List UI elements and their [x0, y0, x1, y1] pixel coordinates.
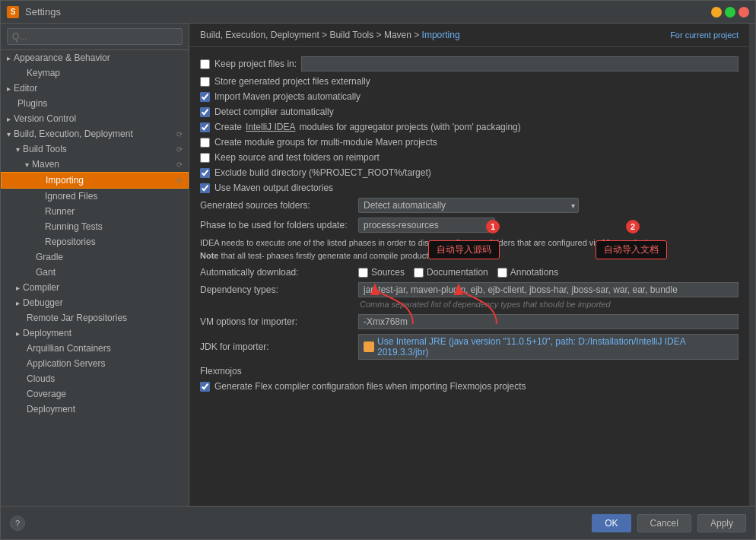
phase-select[interactable]: process-resources generate-sources — [358, 218, 495, 233]
sidebar-item-label: Running Tests — [45, 221, 103, 232]
detect-compiler-label[interactable]: Detect compiler automatically — [214, 106, 334, 117]
sidebar-item-label: Repositories — [45, 237, 96, 247]
bottom-bar: ? OK Cancel Apply — [1, 506, 755, 539]
ok-button[interactable]: OK — [592, 514, 631, 532]
create-intellij-label[interactable]: Create IntelliJ IDEA modules for aggrega… — [214, 122, 521, 132]
jdk-icon — [364, 341, 374, 352]
keep-source-checkbox[interactable] — [200, 153, 210, 163]
use-maven-output-label[interactable]: Use Maven output directories — [214, 183, 333, 193]
dep-types-input[interactable] — [358, 282, 739, 297]
exclude-build-checkbox[interactable] — [200, 168, 210, 178]
create-module-groups-row: Create module groups for multi-module Ma… — [200, 137, 739, 148]
keep-project-label[interactable]: Keep project files in: — [214, 59, 297, 69]
maximize-button[interactable] — [725, 7, 735, 17]
jdk-selector[interactable]: Use Internal JRE (java version "11.0.5+1… — [358, 334, 739, 360]
search-input[interactable] — [7, 28, 183, 45]
sidebar-item-debugger[interactable]: ▸Debugger — [1, 295, 189, 310]
sidebar-item-compiler[interactable]: ▸Compiler — [1, 280, 189, 295]
sources-label[interactable]: Sources — [358, 267, 405, 278]
sidebar-item-label: Keymap — [27, 68, 60, 78]
vm-options-row: VM options for importer: — [200, 314, 739, 329]
keep-source-label[interactable]: Keep source and test folders on reimport — [214, 152, 380, 163]
generated-sources-label: Generated sources folders: — [200, 200, 352, 211]
sidebar-item-repositories[interactable]: Repositories — [1, 234, 189, 249]
sidebar-item-build-exec[interactable]: ▾Build, Execution, Deployment⟳ — [1, 126, 189, 141]
use-maven-output-checkbox[interactable] — [200, 183, 210, 193]
flexmojos-section: Flexmojos Generate Flex compiler configu… — [200, 366, 739, 392]
sidebar-item-gradle[interactable]: Gradle — [1, 249, 189, 265]
sidebar-item-arquillian[interactable]: Arquillian Containers — [1, 341, 189, 356]
vm-options-input[interactable] — [358, 314, 739, 329]
sidebar-item-label: Coverage — [27, 389, 66, 399]
apply-button[interactable]: Apply — [697, 514, 746, 532]
phase-row: Phase to be used for folders update: pro… — [200, 218, 739, 233]
sidebar-item-running-tests[interactable]: Running Tests — [1, 219, 189, 234]
sidebar-item-appearance[interactable]: ▸Appearance & Behavior — [1, 50, 189, 65]
sidebar-item-build-tools[interactable]: ▾Build Tools⟳ — [1, 141, 189, 157]
create-module-groups-checkbox[interactable] — [200, 138, 210, 148]
arrow-icon: ▸ — [7, 115, 11, 123]
sidebar-item-keymap[interactable]: Keymap — [1, 65, 189, 81]
flexmojos-label[interactable]: Generate Flex compiler configuration fil… — [214, 381, 526, 392]
vm-options-label: VM options for importer: — [200, 316, 352, 327]
flexmojos-title: Flexmojos — [200, 366, 739, 376]
titlebar: S Settings — [1, 1, 755, 24]
minimize-button[interactable] — [711, 7, 722, 17]
sidebar-item-label: Build Tools — [23, 144, 67, 154]
jdk-row: JDK for importer: Use Internal JRE (java… — [200, 334, 739, 360]
arrow-icon: ▾ — [16, 145, 20, 154]
annotation-1-box: 自动导入源码 — [428, 240, 500, 259]
jdk-value: Use Internal JRE (java version "11.0.5+1… — [377, 336, 733, 357]
store-generated-label[interactable]: Store generated project files externally — [214, 76, 370, 87]
sidebar-item-app-servers[interactable]: Application Servers — [1, 356, 189, 371]
scrollbar[interactable] — [749, 24, 755, 506]
sidebar-item-editor[interactable]: ▸Editor — [1, 81, 189, 96]
arrow-icon: ▸ — [7, 54, 11, 62]
help-button[interactable]: ? — [10, 516, 25, 531]
annotations-text: Annotations — [510, 267, 558, 278]
annotations-checkbox[interactable] — [497, 268, 507, 278]
sidebar-item-label: Gant — [36, 267, 56, 278]
sidebar-item-runner[interactable]: Runner — [1, 204, 189, 219]
generated-sources-select[interactable]: Detect automatically Do not generate — [358, 198, 579, 213]
keep-project-checkbox[interactable] — [200, 59, 210, 69]
sources-checkbox[interactable] — [358, 268, 368, 278]
sidebar-item-label: Clouds — [27, 373, 55, 384]
sidebar-item-importing[interactable]: Importing⟳ — [1, 172, 189, 189]
settings-window: S Settings ▸Appearance & BehaviorKeymap▸… — [0, 0, 756, 540]
sidebar-item-label: Build, Execution, Deployment — [14, 129, 133, 139]
documentation-label[interactable]: Documentation — [414, 267, 488, 278]
sidebar-item-version-control[interactable]: ▸Version Control — [1, 111, 189, 126]
sidebar-item-label: Appearance & Behavior — [14, 52, 110, 63]
sidebar-item-gant[interactable]: Gant — [1, 265, 189, 280]
exclude-build-label[interactable]: Exclude build directory (%PROJECT_ROOT%/… — [214, 167, 431, 178]
import-maven-checkbox[interactable] — [200, 92, 210, 102]
close-button[interactable] — [739, 7, 749, 17]
main-content: ▸Appearance & BehaviorKeymap▸EditorPlugi… — [1, 24, 755, 506]
create-module-groups-label[interactable]: Create module groups for multi-module Ma… — [214, 137, 437, 148]
store-generated-checkbox[interactable] — [200, 77, 210, 87]
import-maven-label[interactable]: Import Maven projects automatically — [214, 91, 361, 102]
keep-source-row: Keep source and test folders on reimport — [200, 152, 739, 163]
phase-select-wrap: process-resources generate-sources — [358, 218, 495, 233]
sidebar-item-deployment2[interactable]: Deployment — [1, 402, 189, 417]
sync-icon: ⟳ — [176, 130, 183, 138]
annotations-label[interactable]: Annotations — [497, 267, 558, 278]
sidebar: ▸Appearance & BehaviorKeymap▸EditorPlugi… — [1, 24, 189, 506]
cancel-button[interactable]: Cancel — [637, 514, 691, 532]
sidebar-item-clouds[interactable]: Clouds — [1, 371, 189, 386]
settings-content: Keep project files in: Store generated p… — [189, 47, 749, 506]
sidebar-item-remote-jar[interactable]: Remote Jar Repositories — [1, 310, 189, 326]
sidebar-item-plugins[interactable]: Plugins — [1, 96, 189, 111]
sidebar-item-maven[interactable]: ▾Maven⟳ — [1, 157, 189, 172]
documentation-checkbox[interactable] — [414, 268, 424, 278]
keep-project-input[interactable] — [301, 56, 739, 71]
sidebar-item-ignored-files[interactable]: Ignored Files — [1, 189, 189, 204]
flexmojos-checkbox[interactable] — [200, 382, 210, 392]
dep-hint: Comma separated list of dependency types… — [200, 299, 611, 310]
sidebar-item-deployment[interactable]: ▸Deployment — [1, 326, 189, 341]
sidebar-item-coverage[interactable]: Coverage — [1, 386, 189, 402]
create-intellij-checkbox[interactable] — [200, 122, 210, 132]
dep-types-inner: Dependency types: — [200, 282, 739, 297]
detect-compiler-checkbox[interactable] — [200, 107, 210, 117]
